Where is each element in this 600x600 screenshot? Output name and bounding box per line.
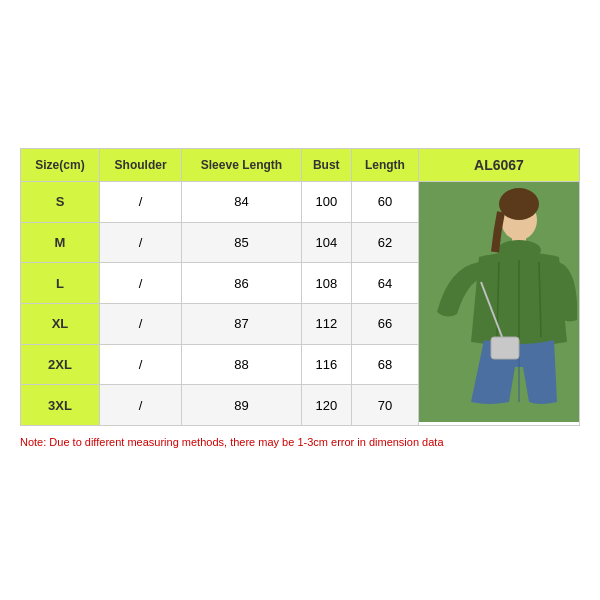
sleeve-cell: 85	[182, 222, 301, 263]
table-wrapper: Size(cm) Shoulder Sleeve Length Bust Len…	[20, 148, 580, 426]
size-cell: L	[21, 263, 100, 304]
size-cell: M	[21, 222, 100, 263]
size-cell: 3XL	[21, 385, 100, 426]
sleeve-cell: 84	[182, 182, 301, 223]
bust-cell: 104	[301, 222, 351, 263]
size-table: Size(cm) Shoulder Sleeve Length Bust Len…	[20, 148, 580, 426]
sleeve-cell: 89	[182, 385, 301, 426]
col-header-size: Size(cm)	[21, 149, 100, 182]
size-cell: XL	[21, 303, 100, 344]
bust-cell: 116	[301, 344, 351, 385]
product-image-cell	[419, 182, 580, 426]
shoulder-cell: /	[99, 385, 181, 426]
col-header-bust: Bust	[301, 149, 351, 182]
shoulder-cell: /	[99, 222, 181, 263]
length-cell: 70	[351, 385, 418, 426]
bust-cell: 100	[301, 182, 351, 223]
length-cell: 64	[351, 263, 418, 304]
sleeve-cell: 87	[182, 303, 301, 344]
main-container: Size(cm) Shoulder Sleeve Length Bust Len…	[20, 148, 580, 452]
size-cell: S	[21, 182, 100, 223]
sleeve-cell: 88	[182, 344, 301, 385]
bust-cell: 120	[301, 385, 351, 426]
bust-cell: 112	[301, 303, 351, 344]
col-header-sleeve: Sleeve Length	[182, 149, 301, 182]
shoulder-cell: /	[99, 263, 181, 304]
length-cell: 66	[351, 303, 418, 344]
col-header-shoulder: Shoulder	[99, 149, 181, 182]
note-text: Note: Due to different measuring methods…	[20, 432, 580, 452]
length-cell: 60	[351, 182, 418, 223]
sleeve-cell: 86	[182, 263, 301, 304]
shoulder-cell: /	[99, 303, 181, 344]
product-code-header: AL6067	[419, 149, 580, 182]
shoulder-cell: /	[99, 182, 181, 223]
size-cell: 2XL	[21, 344, 100, 385]
col-header-length: Length	[351, 149, 418, 182]
bust-cell: 108	[301, 263, 351, 304]
svg-rect-9	[491, 337, 519, 359]
shoulder-cell: /	[99, 344, 181, 385]
length-cell: 62	[351, 222, 418, 263]
svg-point-10	[499, 188, 539, 220]
length-cell: 68	[351, 344, 418, 385]
